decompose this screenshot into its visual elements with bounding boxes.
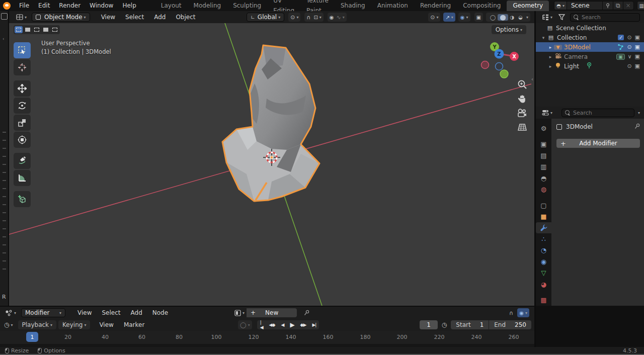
outliner-row-camera[interactable]: ▸ Camera ▣ ∨ ▣ (536, 52, 644, 61)
snap-magnet-icon[interactable]: ∩ (306, 14, 310, 21)
menu-window[interactable]: Window (85, 0, 118, 11)
keying-menu[interactable]: Keying▾ (58, 320, 90, 329)
tab-output[interactable]: ▤ (536, 150, 551, 161)
select-mode-invert[interactable] (42, 26, 50, 33)
mode-dropdown[interactable]: Object Mode▾ (32, 13, 90, 22)
shading-rendered-icon[interactable]: ◒ (516, 15, 525, 20)
viewport-menu-select[interactable]: Select (120, 14, 149, 21)
navigation-gizmo[interactable]: Y Z X (480, 41, 526, 82)
current-frame-field[interactable]: 1 (420, 320, 437, 329)
tool-move[interactable] (14, 80, 31, 97)
outliner-filter-icon[interactable] (556, 14, 567, 20)
frame-start-field[interactable]: Start1 (451, 320, 489, 329)
menu-help[interactable]: Help (118, 0, 140, 11)
zoom-icon[interactable] (517, 79, 527, 90)
shading-solid-icon[interactable]: ⬤ (498, 14, 508, 21)
timeline-menu-marker[interactable]: Marker (119, 321, 149, 328)
tab-view-layer[interactable]: ▥ (536, 161, 551, 172)
pin-icon[interactable] (634, 123, 640, 131)
hide-eye-icon[interactable]: ⊙ (627, 34, 631, 41)
menu-file[interactable]: File (15, 0, 34, 11)
playhead[interactable]: 1 (26, 332, 38, 342)
tab-physics[interactable]: ◔ (536, 245, 551, 256)
tool-add-cube[interactable] (14, 191, 31, 207)
overlays-toggle[interactable]: ◉ ▾ (458, 13, 470, 22)
tab-geometry-nodes[interactable]: Geometry Node (507, 1, 549, 11)
new-node-tree-button[interactable]: + New (247, 308, 297, 317)
expand-icon[interactable]: ▸ (547, 45, 554, 50)
next-keyframe-button[interactable]: ◆▶ (297, 322, 309, 327)
node-overlays-toggle[interactable]: ◉ ▾ (517, 308, 529, 317)
proportional-icon[interactable]: ◉ (330, 15, 334, 20)
shading-wireframe-icon[interactable]: ◯ (488, 15, 498, 20)
tool-scale[interactable] (14, 115, 31, 131)
tab-object-data[interactable]: ▽ (536, 268, 551, 279)
tab-particles[interactable]: ∴ (536, 233, 551, 244)
node-tree-type-dropdown[interactable]: Modifier▾ (21, 308, 65, 317)
jump-to-start-button[interactable]: |◀ (257, 320, 266, 330)
viewport-3d[interactable]: User Perspective (1) Collection | 3DMode… (9, 23, 535, 306)
tab-constraints[interactable]: ◉ (536, 256, 551, 267)
tab-shading[interactable]: Shading (335, 1, 371, 11)
select-mode-subtract[interactable] (33, 26, 41, 33)
tab-modeling[interactable]: Modeling (188, 1, 227, 11)
collapsed-editor-icon[interactable] (1, 13, 8, 20)
outliner-row-3dmodel[interactable]: ▸ ▼ 3DModel ⊙ ▣ (536, 42, 644, 52)
tab-scene[interactable]: ◓ (536, 172, 551, 184)
node-menu-node[interactable]: Node (147, 309, 173, 316)
select-mode-extend[interactable] (24, 26, 32, 33)
select-mode-set[interactable] (15, 26, 23, 33)
render-visibility-icon[interactable]: ▣ (635, 63, 640, 69)
gizmos-toggle[interactable]: ↗ ▾ (443, 13, 455, 22)
left-collapsed-panel[interactable]: ‹ R (0, 11, 9, 306)
scene-new-icon[interactable]: ⧉ (613, 2, 623, 10)
editor-type-timeline-icon[interactable]: ◷▾ (2, 321, 15, 328)
node-menu-select[interactable]: Select (97, 309, 126, 316)
previous-keyframe-button[interactable]: ◀◆ (266, 322, 278, 327)
object-visibility-dropdown[interactable]: ⊙ ▾ (428, 13, 440, 22)
outliner-search[interactable] (570, 13, 640, 22)
tab-texture[interactable]: ▩ (536, 295, 551, 306)
timeline-menu-view[interactable]: View (94, 321, 118, 328)
outliner-row-collection[interactable]: ▾ ▤ Collection ✓ ⊙ ▣ (536, 33, 644, 42)
timeline-ruler[interactable]: 20 40 60 80 100 120 140 160 180 200 220 … (0, 331, 535, 344)
frame-end-field[interactable]: End250 (489, 320, 531, 329)
tab-render[interactable]: ▣ (536, 138, 551, 149)
sidebar-toggle-icon[interactable]: ‹ (531, 76, 533, 82)
playback-menu[interactable]: Playback▾ (18, 320, 57, 329)
tool-transform[interactable] (14, 132, 31, 148)
render-visibility-icon[interactable]: ▣ (635, 34, 640, 41)
render-visibility-icon[interactable]: ▣ (635, 53, 640, 60)
hide-eye-icon[interactable]: ∨ (628, 53, 632, 60)
camera-data-icon[interactable]: ▣ (616, 54, 625, 60)
node-pin-icon[interactable] (302, 310, 311, 316)
blender-logo-icon[interactable] (3, 2, 11, 10)
transform-orientation-dropdown[interactable]: ∟ Global▾ (247, 13, 284, 22)
perspective-toggle-icon[interactable] (517, 122, 527, 132)
scene-unlink-icon[interactable]: × (623, 2, 633, 10)
menu-edit[interactable]: Edit (34, 0, 54, 11)
render-visibility-icon[interactable]: ▣ (635, 44, 640, 50)
tab-tool[interactable]: ⚙ (536, 123, 551, 134)
stopwatch-icon[interactable]: ◷ (442, 321, 447, 328)
editor-type-outliner-icon[interactable]: ▾ (540, 14, 554, 21)
viewport-menu-object[interactable]: Object (171, 14, 200, 21)
expand-icon[interactable]: ▾ (540, 35, 547, 40)
tab-sculpting[interactable]: Sculpting (227, 1, 267, 11)
tab-layout[interactable]: Layout (155, 1, 188, 11)
node-snap-magnet-icon[interactable]: ∩ (507, 310, 515, 316)
outliner-row-light[interactable]: ▸ Light ⊙ ▣ (536, 61, 644, 71)
scene-pin-icon[interactable] (602, 2, 613, 10)
viewport-menu-add[interactable]: Add (149, 14, 171, 21)
viewport-menu-view[interactable]: View (96, 14, 120, 21)
pan-hand-icon[interactable] (517, 94, 527, 104)
tab-modifiers[interactable] (536, 222, 551, 233)
jump-to-end-button[interactable]: ▶| (309, 322, 319, 327)
expand-icon[interactable]: ▸ (547, 64, 554, 69)
tool-select-box[interactable] (14, 42, 31, 58)
tool-measure[interactable] (14, 170, 31, 186)
tab-collection[interactable]: ▢ (536, 200, 551, 211)
previous-frame-button[interactable]: ◀ (278, 322, 287, 327)
expand-icon[interactable]: ▸ (547, 54, 554, 59)
tab-animation[interactable]: Animation (371, 1, 414, 11)
